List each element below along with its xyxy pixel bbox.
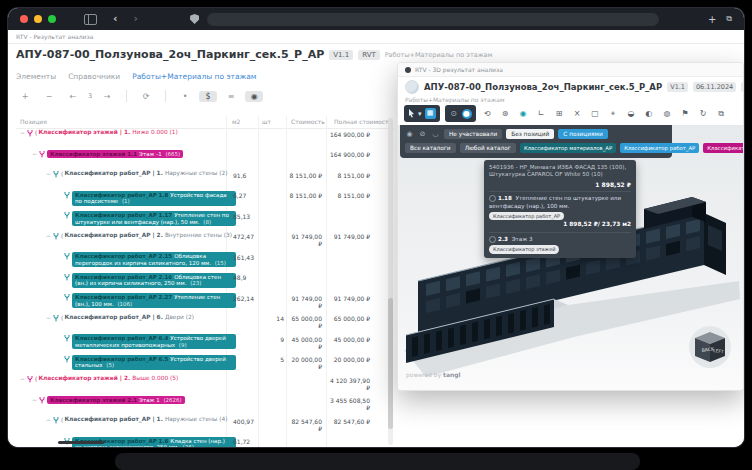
- collapse-toggle-icon[interactable]: −: [46, 416, 51, 423]
- url-bar[interactable]: [207, 13, 659, 26]
- table-row[interactable]: −Классификатор этажей 2.1Этаж 1 (2626)3 …: [16, 396, 394, 415]
- table-row[interactable]: −(Классификатор работ_АР | 2. Внутренние…: [16, 232, 394, 251]
- zoom-window-button[interactable]: [48, 15, 56, 23]
- row-badge[interactable]: Классификатор работ_АР 1.8Устройство фас…: [72, 191, 236, 206]
- sidebar-toggle-icon[interactable]: [84, 14, 97, 25]
- expand-button[interactable]: +: [16, 91, 34, 102]
- table-row[interactable]: −(Классификатор этажей | 1. Ниже 0.000 (…: [16, 129, 394, 148]
- catalog-scope-chip-1[interactable]: Все каталоги: [405, 143, 456, 153]
- collapse-button[interactable]: −: [40, 91, 58, 102]
- fit-view-icon[interactable]: ⊞: [553, 107, 566, 121]
- chevron-down-icon[interactable]: ▾: [418, 110, 422, 118]
- tab-overview-button[interactable]: ⧉: [726, 14, 732, 24]
- copy-view-icon[interactable]: ⧉: [715, 107, 728, 121]
- collapse-toggle-icon[interactable]: −: [20, 375, 25, 382]
- level-prev-button[interactable]: ←: [64, 91, 82, 102]
- radio-icon[interactable]: [489, 236, 496, 243]
- viewport-3d[interactable]: 5401936 - НР_Минвата ИЗБА ФАСАД 135 (100…: [398, 125, 743, 390]
- tab-1[interactable]: Элементы: [16, 72, 56, 81]
- flag-icon[interactable]: ⚑: [679, 107, 692, 121]
- viewer-titlebar[interactable]: RTV - 3D результат анализа: [398, 63, 743, 77]
- collapse-toggle-icon[interactable]: −: [32, 150, 37, 157]
- privacy-shield-icon[interactable]: [190, 14, 199, 24]
- list-button[interactable]: ≡: [222, 91, 240, 102]
- ghost-elements-icon[interactable]: ◍: [661, 107, 674, 121]
- radio-icon[interactable]: [489, 195, 496, 202]
- catalog-scope-chip-2[interactable]: Любой каталог: [460, 143, 516, 153]
- viewer-subtitle: Работы+Материалы по этажам: [405, 96, 504, 103]
- target-icon[interactable]: ⌖: [607, 107, 620, 121]
- viewpoint-icon[interactable]: ◉: [517, 107, 530, 121]
- dot-button[interactable]: •: [176, 91, 194, 102]
- collapse-toggle-icon[interactable]: −: [46, 170, 51, 177]
- collapse-toggle-icon[interactable]: −: [32, 396, 37, 403]
- isolate-elements-icon[interactable]: ◐: [643, 107, 656, 121]
- horizontal-scrollbar[interactable]: [58, 441, 104, 444]
- refresh-button[interactable]: ⟳: [137, 91, 155, 102]
- clear-selection-icon[interactable]: ×: [571, 107, 584, 121]
- cursor-icon[interactable]: [408, 109, 415, 118]
- collapse-toggle-icon[interactable]: −: [46, 232, 51, 239]
- table-row[interactable]: −(Классификатор работ_АР | 1. Наружные с…: [16, 416, 394, 435]
- cell-full-cost: 8 151,00 ₽: [326, 192, 370, 199]
- cell-m2: 400,97: [233, 418, 263, 425]
- catalog-chip-1[interactable]: Классификатор материалов_АР: [520, 143, 616, 153]
- table-row[interactable]: −Классификатор этажей 1.1Этаж -1 (665)16…: [16, 150, 394, 169]
- row-badge[interactable]: Классификатор работ_АР 2.15Облицовка пер…: [72, 252, 236, 267]
- target-button[interactable]: ◉: [245, 91, 263, 102]
- row-badge[interactable]: Классификатор работ_АР 6.5Устройство две…: [72, 355, 236, 370]
- show-all-icon[interactable]: ◉: [405, 130, 414, 138]
- tab-2[interactable]: Справочники: [68, 72, 120, 81]
- currency-button[interactable]: $: [199, 91, 217, 102]
- row-badge[interactable]: Классификатор работ_АР 1.17Утепление сте…: [72, 211, 236, 226]
- row-badge[interactable]: Классификатор этажей 1.1Этаж -1 (665): [47, 150, 183, 159]
- view-mode-chip-2[interactable]: Без позиций: [506, 129, 554, 139]
- view-mode-chip-1[interactable]: Не участвовали: [444, 129, 502, 139]
- row-badge[interactable]: Классификатор работ_АР 2.16Облицовка сте…: [72, 273, 236, 288]
- view-cube[interactable]: BACK LEFT: [687, 324, 733, 372]
- minimize-window-button[interactable]: [34, 15, 42, 23]
- table-row[interactable]: Классификатор работ_АР 6.4Устройство две…: [16, 334, 394, 353]
- tab-3[interactable]: Работы+Материалы по этажам: [132, 72, 256, 81]
- link-icon[interactable]: ⊸: [741, 107, 744, 121]
- table-row[interactable]: −(Классификатор работ_АР | 1. Наружные с…: [16, 170, 394, 189]
- hide-elements-icon[interactable]: ◒: [625, 107, 638, 121]
- table-row[interactable]: Классификатор работ_АР 6.5Устройство две…: [16, 355, 394, 374]
- catalog-chip-2[interactable]: Классификатор работ_АР: [620, 143, 699, 153]
- powered-by: powered by tangl: [406, 371, 461, 378]
- table-row[interactable]: Классификатор работ_АР 2.15Облицовка пер…: [16, 252, 394, 271]
- level-next-button[interactable]: →: [98, 91, 116, 102]
- viewer-title: АПУ-087-00_Ползунова_2оч_Паркинг_сек.5_Р…: [424, 82, 662, 92]
- table-row[interactable]: Классификатор работ_АР 2.16Облицовка сте…: [16, 273, 394, 292]
- row-badge[interactable]: Классификатор работ_АР 2.27Утепление сте…: [72, 293, 236, 308]
- catalog-chip-3[interactable]: Классификатор этажей: [703, 143, 744, 153]
- table-row[interactable]: Классификатор работ_АР 1.17Утепление сте…: [16, 211, 394, 230]
- table-row[interactable]: −(Классификатор работ_АР | 6. Двери (2)1…: [16, 314, 394, 333]
- orbit-mode-button[interactable]: ●: [462, 109, 472, 119]
- select-box-button[interactable]: ▦: [425, 108, 436, 119]
- undo-icon[interactable]: ⟲: [481, 107, 494, 121]
- close-window-button[interactable]: [20, 15, 28, 23]
- new-tab-button[interactable]: +: [708, 14, 716, 25]
- view-mode-chip-3[interactable]: С позициями: [558, 129, 607, 139]
- section-icon[interactable]: ∟: [535, 107, 548, 121]
- table-row[interactable]: Классификатор работ_АР 1.8Устройство фас…: [16, 191, 394, 210]
- hide-selection-icon[interactable]: ⊘: [418, 130, 427, 138]
- collapse-toggle-icon[interactable]: −: [20, 129, 25, 136]
- vertical-scrollbar[interactable]: [388, 118, 393, 445]
- dock-bar[interactable]: [115, 453, 640, 470]
- table-row[interactable]: −(Классификатор этажей | 2. Выше 0.000 (…: [16, 375, 394, 394]
- traffic-lights[interactable]: [20, 15, 56, 23]
- walk-mode-button[interactable]: ⊙: [449, 109, 459, 119]
- row-badge[interactable]: Классификатор этажей 2.1Этаж 1 (2626): [47, 396, 185, 405]
- lasso-icon[interactable]: ◡: [431, 130, 440, 138]
- collapse-toggle-icon[interactable]: −: [46, 314, 51, 321]
- table-row[interactable]: Классификатор работ_АР 2.27Утепление сте…: [16, 293, 394, 312]
- marquee-icon[interactable]: ▢: [589, 107, 602, 121]
- row-badge[interactable]: Классификатор работ_АР 6.4Устройство две…: [72, 334, 236, 349]
- cell-full-cost: 65 000,00 ₽: [326, 315, 370, 322]
- reset-view-icon[interactable]: ↻: [697, 107, 710, 121]
- forward-button[interactable]: ›: [134, 14, 139, 24]
- gear-icon[interactable]: ⊛: [499, 107, 512, 121]
- back-button[interactable]: ‹: [113, 14, 118, 24]
